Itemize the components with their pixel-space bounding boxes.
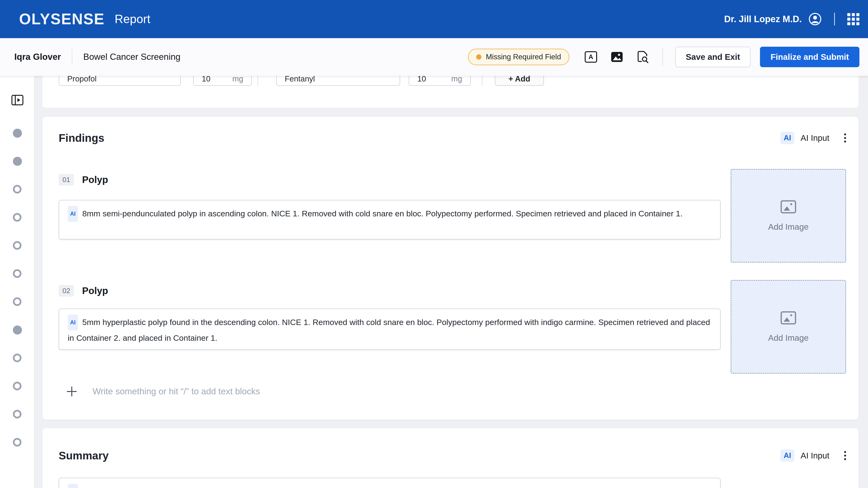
section-step-dot[interactable] [13, 213, 22, 222]
add-text-block-row[interactable]: Write something or hit “/” to add text b… [66, 386, 260, 397]
apps-grid-icon[interactable] [847, 13, 860, 25]
section-step-dot[interactable] [13, 269, 22, 278]
brand-logo: OLYSENSE [19, 10, 105, 28]
medication-name-input[interactable]: Propofol [59, 76, 181, 86]
finding-text: 5mm hyperplastic polyp found in the desc… [68, 318, 710, 343]
add-image-dropzone[interactable]: Add Image [731, 280, 846, 373]
finding-text-block[interactable]: AI8mm semi-pendunculated polyp in ascend… [59, 200, 721, 239]
findings-title: Findings [59, 132, 104, 144]
user-name: Dr. Jill Lopez M.D. [724, 14, 802, 24]
finding-item-header: 01 Polyp [59, 174, 108, 186]
image-placeholder-icon [780, 311, 796, 325]
section-nav-sidebar [0, 76, 35, 488]
section-step-dot[interactable] [13, 129, 22, 138]
ai-badge: AI [68, 206, 78, 222]
ai-badge: AI [780, 449, 794, 462]
add-image-label: Add Image [768, 222, 808, 232]
finding-name: Polyp [82, 174, 108, 185]
medication-dose-input[interactable]: 10 mg [409, 76, 471, 86]
section-step-dot[interactable] [13, 157, 22, 166]
finalize-and-submit-button[interactable]: Finalize and Submit [760, 47, 860, 67]
image-tool-icon[interactable] [611, 51, 623, 63]
section-step-dot[interactable] [13, 297, 22, 306]
medication-name-input[interactable]: Fentanyl [276, 76, 400, 86]
text-block-tool-icon[interactable]: A [585, 51, 597, 63]
finding-name: Polyp [82, 286, 108, 296]
medication-divider [482, 76, 483, 86]
app-header: OLYSENSE Report Dr. Jill Lopez M.D. [0, 0, 868, 38]
dose-unit: mg [232, 76, 243, 85]
section-step-dot[interactable] [13, 241, 22, 250]
medication-card-clipped: Propofol 10 mg Fentanyl 10 mg + Add [42, 76, 859, 108]
ai-badge: AI [68, 484, 78, 488]
sidebar-expand-icon[interactable] [11, 95, 23, 105]
missing-required-field-badge[interactable]: Missing Required Field [468, 48, 569, 65]
ai-badge: AI [780, 132, 794, 144]
warning-dot-icon [476, 54, 482, 60]
finding-index-badge: 01 [59, 174, 74, 186]
report-main-column: Propofol 10 mg Fentanyl 10 mg + Add Find… [35, 76, 868, 488]
plus-icon [66, 386, 77, 397]
section-step-dot[interactable] [13, 325, 22, 334]
ai-badge: AI [68, 315, 78, 330]
subheader-divider [72, 49, 72, 65]
summary-text-block[interactable]: AITwo polyps found: an 8mm semi-penduncu… [59, 478, 721, 488]
findings-menu-icon[interactable] [844, 133, 846, 142]
finding-text-block[interactable]: AI5mm hyperplastic polyp found in the de… [59, 308, 721, 350]
section-step-dot[interactable] [13, 354, 22, 362]
add-text-placeholder: Write something or hit “/” to add text b… [93, 387, 260, 396]
summary-title: Summary [59, 449, 109, 462]
topbar-divider [834, 12, 835, 26]
dose-value: 10 [202, 76, 211, 85]
medication-divider [257, 76, 258, 86]
finding-item-header: 02 Polyp [59, 285, 108, 297]
section-step-dot[interactable] [13, 382, 22, 390]
ai-input-label[interactable]: AI Input [801, 451, 829, 460]
report-canvas: Propofol 10 mg Fentanyl 10 mg + Add Find… [0, 76, 868, 488]
findings-section: Findings AI AI Input 01 Polyp AI8mm semi… [42, 117, 859, 420]
image-placeholder-icon [780, 200, 796, 214]
add-image-dropzone[interactable]: Add Image [731, 169, 846, 263]
ai-input-label[interactable]: AI Input [801, 133, 829, 143]
summary-menu-icon[interactable] [844, 451, 846, 460]
medication-dose-input[interactable]: 10 mg [193, 76, 252, 86]
dose-unit: mg [451, 76, 462, 85]
product-name: Report [115, 12, 151, 26]
summary-section: Summary AI AI Input AITwo polyps found: … [42, 428, 859, 488]
add-medication-button[interactable]: + Add [495, 76, 544, 86]
section-step-dot[interactable] [13, 438, 22, 447]
add-image-label: Add Image [768, 333, 808, 343]
save-and-exit-button[interactable]: Save and Exit [675, 47, 751, 67]
report-toolbar: Iqra Glover Bowel Cancer Screening Missi… [0, 38, 868, 76]
section-step-dot[interactable] [13, 410, 22, 418]
warning-badge-label: Missing Required Field [486, 53, 561, 61]
document-preview-icon[interactable] [637, 51, 649, 63]
report-title: Bowel Cancer Screening [83, 52, 180, 62]
dose-value: 10 [417, 76, 426, 85]
patient-name: Iqra Glover [14, 52, 61, 62]
user-account-icon[interactable] [808, 12, 822, 26]
summary-text: Two polyps found: an 8mm semi-penduncula… [82, 487, 721, 488]
finding-index-badge: 02 [59, 285, 74, 297]
finding-text: 8mm semi-pendunculated polyp in ascendin… [82, 209, 682, 218]
section-step-dot[interactable] [13, 185, 22, 194]
toolbar-divider [662, 48, 663, 66]
